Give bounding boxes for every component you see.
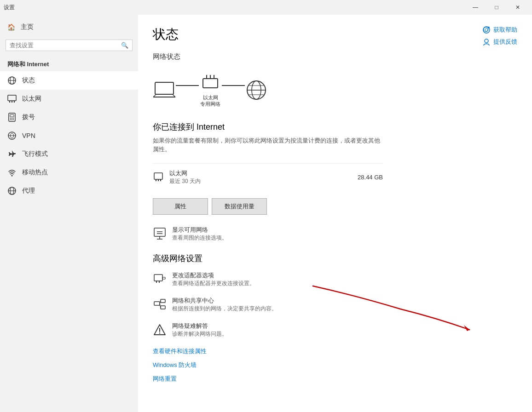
maximize-button[interactable]: □ [486,0,507,15]
titlebar-title: 设置 [4,4,15,11]
feedback-link[interactable]: 提供反馈 [482,38,517,46]
svg-rect-51 [162,277,165,279]
adapter-icon [153,272,167,286]
svg-point-25 [485,39,488,43]
help-link[interactable]: 获取帮助 [482,26,517,34]
ethernet-usage-icon [153,172,164,183]
sidebar: 🏠 主页 🔍 网络和 Internet 状态 [0,15,138,412]
minimize-button[interactable]: — [465,0,486,15]
search-icon: 🔍 [121,42,128,49]
titlebar-controls: — □ ✕ [465,0,528,15]
data-usage-info: 以太网 最近 30 天内 [169,169,201,185]
sidebar-item-proxy[interactable]: 代理 [0,182,138,200]
sidebar-item-hotspot[interactable]: 移动热点 [0,163,138,182]
laptop-icon [153,81,176,99]
adapter-text: 更改适配器选项 查看网络适配器并更改连接设置。 [172,271,255,287]
app-container: 🏠 主页 🔍 网络和 Internet 状态 [0,15,532,412]
show-networks-text: 显示可用网络 查看周围的连接选项。 [172,226,227,242]
troubleshoot-title: 网络疑难解答 [172,322,227,330]
data-usage-left: 以太网 最近 30 天内 [153,169,201,185]
advanced-item-troubleshoot[interactable]: 网络疑难解答 诊断并解决网络问题。 [153,322,429,338]
network-type-label: 专用网络 [200,101,220,107]
sharing-text: 网络和共享中心 根据所连接到的网络，决定要共享的内容。 [172,297,277,313]
svg-rect-54 [161,306,165,309]
reset-link[interactable]: 网络重置 [153,375,517,383]
svg-rect-39 [154,173,162,179]
adapter-desc: 查看网络适配器并更改连接设置。 [172,280,255,287]
usage-period: 最近 30 天内 [169,177,201,185]
svg-rect-49 [156,281,157,283]
svg-rect-52 [154,302,160,305]
globe-icon [245,81,268,99]
svg-point-14 [13,119,14,120]
svg-rect-3 [8,95,16,101]
connection-status: 你已连接到 Internet 如果你的流量套餐有限制，则你可以将此网络设置为按流… [153,121,517,154]
advanced-item-adapter[interactable]: 更改适配器选项 查看网络适配器并更改连接设置。 [153,271,429,287]
svg-point-23 [485,29,488,31]
sidebar-label-status: 状态 [22,76,35,85]
help-link-label: 获取帮助 [493,26,517,34]
sharing-title: 网络和共享中心 [172,297,277,305]
sidebar-label-proxy: 代理 [22,187,35,195]
net-line-2 [222,85,245,86]
dialup-icon [7,113,17,122]
svg-rect-5 [12,101,12,103]
hotspot-icon [7,168,17,177]
sidebar-label-vpn: VPN [22,132,35,139]
ethernet-label: 以太网 [203,95,218,100]
sidebar-section-title: 网络和 Internet [0,55,138,71]
svg-rect-4 [9,101,10,103]
laptop-icon-container [153,81,176,99]
sidebar-home[interactable]: 🏠 主页 [0,18,138,36]
feedback-link-label: 提供反馈 [493,38,517,46]
svg-rect-30 [203,79,218,88]
svg-rect-8 [10,114,14,117]
sidebar-label-airplane: 飞行模式 [22,150,48,158]
router-icon-container: 以太网 专用网络 [199,73,222,108]
svg-point-24 [488,27,490,29]
networks-icon [153,227,167,240]
svg-point-13 [12,119,12,120]
troubleshoot-desc: 诊断并解决网络问题。 [172,330,227,338]
sidebar-item-status[interactable]: 状态 [0,71,138,90]
connection-title: 你已连接到 Internet [153,121,517,132]
sidebar-item-vpn[interactable]: VPN [0,126,138,145]
search-input[interactable] [10,42,118,49]
sidebar-label-ethernet: 以太网 [22,95,41,103]
sidebar-home-label: 主页 [21,23,34,31]
svg-rect-43 [154,228,165,236]
show-networks-desc: 查看周围的连接选项。 [172,234,227,242]
sidebar-item-dialup[interactable]: 拨号 [0,108,138,126]
data-usage-button[interactable]: 数据使用量 [212,198,267,215]
svg-rect-26 [155,82,173,94]
btn-row: 属性 数据使用量 [153,198,517,215]
data-usage-row: 以太网 最近 30 天内 28.44 GB [153,163,383,191]
svg-rect-41 [158,179,159,181]
advanced-item-sharing[interactable]: 网络和共享中心 根据所连接到的网络，决定要共享的内容。 [153,297,429,313]
svg-rect-50 [159,281,160,283]
show-networks[interactable]: 显示可用网络 查看周围的连接选项。 [153,226,383,242]
svg-point-9 [10,118,11,119]
close-button[interactable]: ✕ [507,0,528,15]
sidebar-item-ethernet[interactable]: 以太网 [0,90,138,108]
sidebar-item-airplane[interactable]: 飞行模式 [0,145,138,163]
show-networks-title: 显示可用网络 [172,226,227,234]
svg-rect-42 [160,179,161,181]
airplane-icon [7,149,17,159]
hardware-link[interactable]: 查看硬件和连接属性 [153,347,517,355]
connection-desc: 如果你的流量套餐有限制，则你可以将此网络设置为按流量计费的连接，或者更改其他属性… [153,136,383,154]
usage-name: 以太网 [169,169,201,177]
svg-point-59 [159,332,160,333]
svg-rect-6 [14,101,15,103]
svg-rect-53 [161,299,165,303]
vpn-icon [7,131,17,140]
firewall-link[interactable]: Windows 防火墙 [153,361,517,369]
home-icon: 🏠 [7,23,15,31]
bottom-links: 查看硬件和连接属性 Windows 防火墙 网络重置 [153,347,517,383]
network-diagram: 以太网 专用网络 [153,69,517,112]
properties-button[interactable]: 属性 [153,198,208,215]
sidebar-label-dialup: 拨号 [22,113,35,121]
top-right-links: 获取帮助 提供反馈 [482,26,517,46]
svg-point-11 [13,118,14,119]
sidebar-search-container: 🔍 [6,40,133,51]
